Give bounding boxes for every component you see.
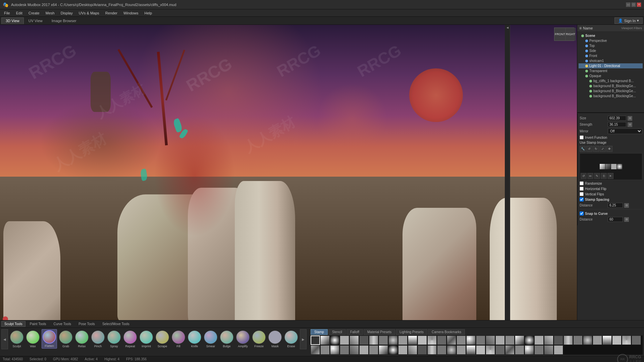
snap-curve-checkbox[interactable]: [580, 212, 584, 216]
tree-item-11[interactable]: background B_BlockingGe...: [579, 88, 643, 94]
curve-distance-input[interactable]: [608, 217, 623, 222]
tool-wax[interactable]: Wax: [25, 330, 40, 349]
mirror-select[interactable]: Off X Y Z: [608, 128, 642, 134]
stamp-tile-3[interactable]: [340, 336, 349, 345]
stamp-tile-8[interactable]: [388, 336, 398, 345]
stamp-tile-31[interactable]: [612, 336, 622, 345]
tree-item-0[interactable]: Scene: [579, 33, 643, 38]
tree-item-7[interactable]: Transparent: [579, 68, 643, 73]
tree-item-8[interactable]: Opaque: [579, 73, 643, 78]
stamp-tile-27[interactable]: [573, 336, 583, 345]
tree-item-1[interactable]: Perspective: [579, 38, 643, 43]
stamp-tab-lighting[interactable]: Lighting Presets: [396, 329, 427, 335]
stamp-tile-1[interactable]: [320, 336, 330, 345]
stamp-tile-14[interactable]: [447, 336, 456, 345]
stamp-tile-36[interactable]: [330, 345, 339, 355]
stamp-tile-43[interactable]: [398, 345, 408, 355]
stamp-tile-6[interactable]: [369, 336, 378, 345]
stamp-edit-btn[interactable]: ✎: [594, 173, 600, 179]
tools-toggle-btn[interactable]: ◀: [1, 329, 8, 349]
tool-tab-curve[interactable]: Curve Tools: [51, 321, 74, 327]
tool-erase[interactable]: Erase: [284, 330, 299, 349]
stamp-tile-29[interactable]: [593, 336, 602, 345]
viewport-3d[interactable]: RRCG 人人素材 RRCG 人人素材 RRCG 人人素材 RRCG FRONT…: [0, 25, 577, 362]
tool-amplify[interactable]: Amplify: [235, 330, 250, 349]
menu-item-display[interactable]: Display: [58, 10, 75, 16]
stamp-tool-scale[interactable]: ⤢: [600, 146, 606, 152]
stamp-tile-5[interactable]: [359, 336, 369, 345]
strength-input[interactable]: [608, 122, 626, 127]
signin-button[interactable]: 👤 Sign In ▾: [614, 17, 643, 24]
tree-item-3[interactable]: Side: [579, 48, 643, 53]
tree-item-6[interactable]: Light 01 - Directional: [579, 63, 643, 68]
curve-distance-slider-btn[interactable]: ⊙: [624, 217, 629, 222]
stamp-spacing-checkbox[interactable]: [580, 197, 584, 201]
stamp-tile-19[interactable]: [495, 336, 505, 345]
menu-item-help[interactable]: Help: [142, 10, 155, 16]
tool-fill[interactable]: Fill: [171, 330, 186, 349]
stamp-tile-4[interactable]: [350, 336, 359, 345]
stamp-tile-32[interactable]: [622, 336, 631, 345]
stamp-tile-57[interactable]: [534, 345, 544, 355]
tree-item-12[interactable]: background B_BlockingGe...: [579, 94, 643, 99]
randomize-checkbox[interactable]: [580, 181, 584, 185]
stamp-mirror-h-btn[interactable]: ⇔: [587, 173, 593, 179]
stamp-tool-1[interactable]: 🔧: [580, 146, 586, 152]
tool-tab-select[interactable]: Select/Move Tools: [99, 321, 132, 327]
stamp-tile-50[interactable]: [466, 345, 476, 355]
stamp-delete-btn[interactable]: ✕: [607, 173, 613, 179]
stamp-tile-12[interactable]: [427, 336, 437, 345]
toggle-arrow[interactable]: ◀: [506, 26, 508, 29]
tool-tab-paint[interactable]: Paint Tools: [27, 321, 49, 327]
stamp-copy-btn[interactable]: ⎘: [601, 173, 607, 179]
stamp-tile-18[interactable]: [486, 336, 495, 345]
vertical-flip-checkbox[interactable]: [580, 192, 584, 196]
stamp-tile-11[interactable]: [418, 336, 427, 345]
stamp-tab-material[interactable]: Material Presets: [364, 329, 395, 335]
stamp-tile-44[interactable]: [408, 345, 417, 355]
tool-mask[interactable]: Mask: [268, 330, 282, 349]
tool-relax[interactable]: Relax: [74, 330, 89, 349]
panels-toggle[interactable]: ◀: [505, 25, 510, 362]
stamp-tab-camera[interactable]: Camera Bookmarks: [428, 329, 465, 335]
stamp-tile-22[interactable]: [525, 336, 534, 345]
stamp-tile-47[interactable]: [437, 345, 446, 355]
size-input[interactable]: [608, 116, 626, 121]
tool-grab[interactable]: Grab: [58, 330, 73, 349]
stamp-tile-39[interactable]: [359, 345, 369, 355]
menu-item-create[interactable]: Create: [26, 10, 42, 16]
stamp-tab-falloff[interactable]: Falloff: [346, 329, 363, 335]
stamp-tool-move[interactable]: ✥: [606, 146, 612, 152]
stamp-tile-21[interactable]: [515, 336, 524, 345]
tool-spray[interactable]: Spray: [107, 330, 121, 349]
close-button[interactable]: ✕: [637, 2, 641, 7]
tab-uv-view[interactable]: UV View: [24, 17, 47, 24]
stamp-tile-56[interactable]: [525, 345, 534, 355]
stamp-tile-55[interactable]: [515, 345, 524, 355]
stamp-refresh-btn[interactable]: ↺: [581, 173, 587, 179]
stamp-tile-46[interactable]: [427, 345, 437, 355]
stamp-tool-rotate-left[interactable]: ↺: [586, 146, 592, 152]
tree-item-5[interactable]: shotcam1: [579, 58, 643, 63]
stamp-tab-stencil[interactable]: Stencil: [328, 329, 346, 335]
stamp-tile-15[interactable]: [457, 336, 466, 345]
strength-slider-btn[interactable]: ⊙: [628, 122, 632, 127]
stamp-tile-23[interactable]: [534, 336, 544, 345]
stamp-tile-41[interactable]: [379, 345, 388, 355]
tab-image-browser[interactable]: Image Browser: [47, 17, 81, 24]
stamp-tile-59[interactable]: [554, 345, 563, 355]
tool-tab-pose[interactable]: Pose Tools: [75, 321, 98, 327]
tab-3d-view[interactable]: 3D View: [1, 17, 24, 24]
stamp-tile-51[interactable]: [476, 345, 485, 355]
tool-pinch[interactable]: Pinch: [91, 330, 105, 349]
stamp-tile-45[interactable]: [418, 345, 427, 355]
stamp-tile-16[interactable]: [466, 336, 476, 345]
stamp-tile-10[interactable]: [408, 336, 417, 345]
tree-item-9[interactable]: bg_cliffs_1 background B...: [579, 78, 643, 83]
menu-item-uvsmaps[interactable]: UVs & Maps: [76, 10, 102, 16]
tool-scrape[interactable]: Scrape: [155, 330, 170, 349]
menu-item-render[interactable]: Render: [103, 10, 120, 16]
tool-bulge[interactable]: Bulge: [219, 330, 234, 349]
stamp-distance-input[interactable]: [608, 203, 623, 208]
horizontal-flip-checkbox[interactable]: [580, 187, 584, 191]
